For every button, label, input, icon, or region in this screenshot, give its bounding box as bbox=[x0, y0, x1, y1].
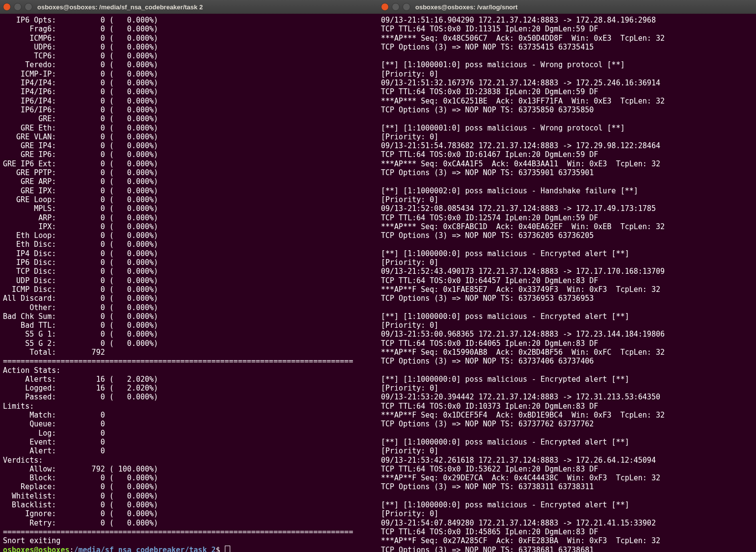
cursor bbox=[225, 546, 230, 552]
output-line: IP6 Disc: 0 ( 0.000%) bbox=[3, 258, 375, 267]
output-line: GRE PPTP: 0 ( 0.000%) bbox=[3, 168, 375, 177]
window-title-left: osboxes@osboxes: /media/sf_nsa_codebreak… bbox=[37, 3, 203, 11]
window-buttons-right bbox=[381, 3, 410, 11]
log-line: ***AP*** Seq: 0xC8FABC1D Ack: 0x40EA62EF… bbox=[381, 222, 753, 231]
maximize-button[interactable] bbox=[25, 3, 32, 11]
output-line: GRE: 0 ( 0.000%) bbox=[3, 114, 375, 123]
output-line: ICMP-IP: 0 ( 0.000%) bbox=[3, 70, 375, 79]
titlebar-right[interactable]: osboxes@osboxes: /var/log/snort bbox=[378, 0, 756, 14]
output-line: GRE ARP: 0 ( 0.000%) bbox=[3, 177, 375, 186]
log-line: 09/13-21:51:32.167376 172.21.37.124:8883… bbox=[381, 79, 753, 87]
log-line: [Priority: 0] bbox=[381, 195, 753, 204]
log-line: 09/13-21:54:07.849280 172.21.37.124:8883… bbox=[381, 519, 753, 527]
output-line: IP6/IP6: 0 ( 0.000%) bbox=[3, 105, 375, 114]
log-line: ***AP**F Seq: 0x1FAE85E7 Ack: 0x33749F3 … bbox=[381, 285, 753, 294]
output-line: ICMP Disc: 0 ( 0.000%) bbox=[3, 285, 375, 294]
log-line bbox=[381, 429, 753, 438]
log-line: TCP TTL:64 TOS:0x0 ID:23838 IpLen:20 Dgm… bbox=[381, 87, 753, 96]
log-line: [Priority: 0] bbox=[381, 321, 753, 330]
log-line: ***AP**F Seq: 0x1DCEF5F4 Ack: 0xBD1E9BC4… bbox=[381, 411, 753, 420]
log-line bbox=[381, 52, 753, 60]
output-line: Queue: 0 bbox=[3, 420, 375, 428]
output-line: Blacklist: 0 ( 0.000%) bbox=[3, 500, 375, 509]
log-line bbox=[381, 114, 753, 123]
output-line: Match: 0 bbox=[3, 411, 375, 420]
log-line: TCP TTL:64 TOS:0x0 ID:10373 IpLen:20 Dgm… bbox=[381, 402, 753, 411]
log-line: ***AP**F Seq: 0x27A285CF Ack: 0xFE283BA … bbox=[381, 536, 753, 545]
log-line bbox=[381, 177, 753, 186]
terminal-body-right[interactable]: 09/13-21:51:16.904290 172.21.37.124:8883… bbox=[378, 14, 756, 552]
log-line: TCP TTL:64 TOS:0x0 ID:11315 IpLen:20 Dgm… bbox=[381, 25, 753, 33]
log-line: TCP TTL:64 TOS:0x0 ID:64065 IpLen:20 Dgm… bbox=[381, 339, 753, 348]
maximize-button[interactable] bbox=[403, 3, 410, 11]
log-line: TCP TTL:64 TOS:0x0 ID:64457 IpLen:20 Dgm… bbox=[381, 276, 753, 285]
output-line: IP6/IP4: 0 ( 0.000%) bbox=[3, 97, 375, 105]
log-line: [**] [1:1000000:0] poss malicious - Encr… bbox=[381, 500, 753, 509]
output-line: IP4 Disc: 0 ( 0.000%) bbox=[3, 249, 375, 258]
output-line: All Discard: 0 ( 0.000%) bbox=[3, 294, 375, 303]
log-line: TCP Options (3) => NOP NOP TS: 63736205 … bbox=[381, 231, 753, 240]
log-line: [Priority: 0] bbox=[381, 132, 753, 141]
output-line: TCP Disc: 0 ( 0.000%) bbox=[3, 267, 375, 276]
log-line: 09/13-21:53:00.968365 172.21.37.124:8883… bbox=[381, 330, 753, 339]
output-line: S5 G 1: 0 ( 0.000%) bbox=[3, 330, 375, 339]
output-line: TCP6: 0 ( 0.000%) bbox=[3, 52, 375, 60]
output-line: IP6 Opts: 0 ( 0.000%) bbox=[3, 16, 375, 25]
output-line: ICMP6: 0 ( 0.000%) bbox=[3, 34, 375, 43]
minimize-button[interactable] bbox=[14, 3, 22, 11]
prompt-line[interactable]: osboxes@osboxes:/media/sf_nsa_codebreake… bbox=[3, 546, 375, 552]
output-line: ========================================… bbox=[3, 357, 375, 366]
close-button[interactable] bbox=[3, 3, 11, 11]
output-line: Whitelist: 0 ( 0.000%) bbox=[3, 492, 375, 500]
close-button[interactable] bbox=[381, 3, 389, 11]
output-line: Bad TTL: 0 ( 0.000%) bbox=[3, 321, 375, 330]
terminal-right[interactable]: osboxes@osboxes: /var/log/snort 09/13-21… bbox=[378, 0, 756, 552]
output-line: Ignore: 0 ( 0.000%) bbox=[3, 509, 375, 518]
terminal-body-left[interactable]: IP6 Opts: 0 ( 0.000%) Frag6: 0 ( 0.000%)… bbox=[0, 14, 378, 552]
log-line bbox=[381, 303, 753, 312]
output-line: Event: 0 bbox=[3, 438, 375, 447]
log-line: 09/13-21:53:42.261618 172.21.37.124:8883… bbox=[381, 456, 753, 465]
output-line: Other: 0 ( 0.000%) bbox=[3, 303, 375, 312]
prompt-colon: : bbox=[69, 546, 74, 552]
prompt-dollar: $ bbox=[216, 546, 224, 552]
log-line: 09/13-21:52:08.085434 172.21.37.124:8883… bbox=[381, 204, 753, 213]
output-line: ========================================… bbox=[3, 527, 375, 536]
log-line: [**] [1:1000000:0] poss malicious - Encr… bbox=[381, 312, 753, 321]
window-title-right: osboxes@osboxes: /var/log/snort bbox=[415, 3, 517, 11]
output-line: ARP: 0 ( 0.000%) bbox=[3, 213, 375, 222]
log-line: [Priority: 0] bbox=[381, 509, 753, 518]
log-line: ***AP**F Seq: 0x15990AB8 Ack: 0x2BD4BF56… bbox=[381, 348, 753, 357]
log-line bbox=[381, 492, 753, 500]
log-line: ***AP*** Seq: 0xCA4A1F5 Ack: 0x44B3AA11 … bbox=[381, 159, 753, 168]
log-line: TCP Options (3) => NOP NOP TS: 63735901 … bbox=[381, 168, 753, 177]
output-line: Eth Disc: 0 ( 0.000%) bbox=[3, 240, 375, 249]
output-line: Passed: 0 ( 0.000%) bbox=[3, 393, 375, 401]
log-line: TCP Options (3) => NOP NOP TS: 63738681 … bbox=[381, 546, 753, 552]
output-line: GRE IP6: 0 ( 0.000%) bbox=[3, 150, 375, 159]
output-line: Verdicts: bbox=[3, 456, 375, 465]
log-line: [**] [1:1000000:0] poss malicious - Encr… bbox=[381, 375, 753, 384]
output-line: IP4/IP4: 0 ( 0.000%) bbox=[3, 79, 375, 87]
log-line: TCP Options (3) => NOP NOP TS: 63735415 … bbox=[381, 43, 753, 52]
log-line: [**] [1:1000000:0] poss malicious - Encr… bbox=[381, 249, 753, 258]
output-line: UDP6: 0 ( 0.000%) bbox=[3, 43, 375, 52]
log-line: ***AP*** Seq: 0x1C6251BE Ack: 0x13FF71FA… bbox=[381, 97, 753, 105]
prompt-path: /media/sf_nsa_codebreaker/task 2 bbox=[74, 546, 216, 552]
log-line: [**] [1:1000001:0] poss malicious - Wron… bbox=[381, 60, 753, 69]
output-line: Block: 0 ( 0.000%) bbox=[3, 473, 375, 482]
titlebar-left[interactable]: osboxes@osboxes: /media/sf_nsa_codebreak… bbox=[0, 0, 378, 14]
log-line: TCP Options (3) => NOP NOP TS: 63737406 … bbox=[381, 357, 753, 366]
output-line: Bad Chk Sum: 0 ( 0.000%) bbox=[3, 312, 375, 321]
log-line: ***AP*** Seq: 0x48C506C7 Ack: 0x50D4DD8F… bbox=[381, 34, 753, 43]
log-line: TCP TTL:64 TOS:0x0 ID:12574 IpLen:20 Dgm… bbox=[381, 213, 753, 222]
output-line: UDP Disc: 0 ( 0.000%) bbox=[3, 276, 375, 285]
log-line: TCP TTL:64 TOS:0x0 ID:45865 IpLen:20 Dgm… bbox=[381, 527, 753, 536]
log-line: 09/13-21:53:20.394442 172.21.37.124:8883… bbox=[381, 393, 753, 401]
minimize-button[interactable] bbox=[392, 3, 400, 11]
window-buttons-left bbox=[3, 3, 32, 11]
log-line: [Priority: 0] bbox=[381, 384, 753, 393]
output-line: MPLS: 0 ( 0.000%) bbox=[3, 204, 375, 213]
log-line: [Priority: 0] bbox=[381, 258, 753, 267]
terminal-left[interactable]: osboxes@osboxes: /media/sf_nsa_codebreak… bbox=[0, 0, 378, 552]
